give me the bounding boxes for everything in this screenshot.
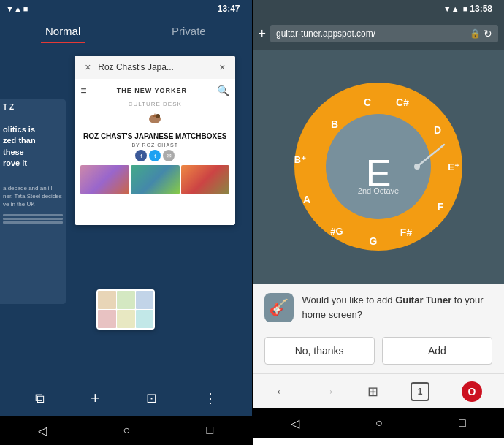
prompt-buttons: No, thanks Add (253, 331, 505, 373)
bg-article-sub: a decade and an ill-ner. Tata Steel deci… (3, 184, 63, 209)
forward-btn-right[interactable]: → (321, 383, 335, 400)
ny-image-3 (181, 165, 230, 194)
ny-article-title: ROZ CHAST'S JAPANESE MATCHBOXES (83, 132, 226, 141)
mini-tab-inner (96, 289, 155, 330)
mini-cell-5 (117, 310, 135, 328)
ny-image-2 (131, 165, 180, 194)
ny-social-buttons: f t ✉ (135, 150, 175, 161)
ny-images-grid (80, 165, 229, 194)
note-csharp: C# (396, 96, 409, 108)
tab-close-left-btn[interactable]: × (80, 60, 95, 75)
prompt-app-name: Guitar Tuner (395, 294, 451, 305)
recents-nav-right[interactable]: □ (459, 417, 466, 430)
battery-icon-right: ■ (463, 4, 468, 13)
ny-top-bar: ≡ THE NEW YORKER 🔍 (80, 85, 229, 96)
note-g: G (369, 235, 377, 247)
note-eplus: E⁺ (448, 161, 459, 172)
note-d: D (434, 124, 441, 136)
menu-icon-left[interactable]: ⋮ (204, 390, 217, 406)
tab-count-badge[interactable]: 1 (411, 382, 429, 401)
ny-hamburger-icon: ≡ (80, 85, 86, 96)
opera-label: O (468, 386, 476, 398)
home-nav-left[interactable]: ○ (123, 424, 131, 437)
back-nav-left[interactable]: ◁ (38, 424, 47, 438)
back-btn-right[interactable]: ← (274, 383, 289, 400)
tab-card-wrapper: × Roz Chast's Japa... × ≡ THE NEW YORKER… (64, 56, 246, 225)
home-nav-right[interactable]: ○ (375, 417, 383, 430)
tab-card-header: × Roz Chast's Japa... × (75, 56, 235, 79)
note-bflat: B⁺ (294, 154, 306, 165)
recents-nav-left[interactable]: □ (207, 424, 214, 437)
tab-card[interactable]: × Roz Chast's Japa... × ≡ THE NEW YORKER… (75, 56, 235, 225)
tab-header: Normal Private (0, 18, 252, 50)
left-panel: ▼▲ ■ 13:47 Normal Private T Z olitics is… (0, 0, 252, 445)
nav-bar-left: ◁ ○ □ (0, 416, 252, 445)
url-input[interactable]: guitar-tuner.appspot.com/ 🔒 ↻ (270, 25, 498, 42)
note-c: C (364, 96, 371, 108)
mini-cell-1 (98, 291, 116, 309)
ny-search-icon: 🔍 (217, 85, 229, 96)
add-btn[interactable]: Add (382, 337, 492, 365)
nav-bar-right: ◁ ○ □ (253, 408, 505, 438)
svg-point-2 (156, 114, 160, 118)
battery-icon-left: ■ (23, 4, 28, 13)
tuner-svg: B C C# D E⁺ F F# G #G A B⁺ (287, 75, 470, 258)
ny-image-1 (80, 165, 129, 194)
signal-icon-left: ▼▲ (6, 4, 22, 13)
right-panel: ▼▲ ■ 13:58 + guitar-tuner.appspot.com/ 🔒… (253, 0, 505, 445)
tab-normal[interactable]: Normal (0, 25, 126, 43)
tab-close-right-btn[interactable]: × (215, 60, 229, 75)
note-a: A (303, 194, 310, 205)
note-f: F (437, 201, 443, 213)
guitar-app-icon: 🎸 (264, 293, 294, 322)
tab-private[interactable]: Private (126, 25, 251, 43)
bg-article-lines (3, 214, 63, 224)
tab-count-number: 1 (418, 387, 423, 397)
fb-share-btn[interactable]: f (135, 150, 147, 161)
prompt-text: Would you like to add Guitar Tuner to yo… (302, 293, 493, 322)
address-bar: + guitar-tuner.appspot.com/ 🔒 ↻ (253, 18, 505, 50)
new-tab-btn-right[interactable]: + (259, 26, 267, 42)
bottom-toolbar-left: ⧉ + ⊡ ⋮ (0, 381, 252, 416)
bg-article: T Z olitics iszed thantheserove it a dec… (0, 99, 66, 304)
back-nav-right[interactable]: ◁ (291, 417, 299, 430)
switch-tabs-icon[interactable]: ⊡ (146, 390, 157, 406)
time-left: 13:47 (218, 4, 240, 14)
lock-icon: 🔒 (470, 28, 481, 39)
guitar-tuner-area: B C C# D E⁺ F F# G #G A B⁺ (253, 50, 505, 284)
time-right: 13:58 (470, 4, 492, 14)
tw-share-btn[interactable]: t (149, 150, 161, 161)
bg-article-text: T Z (3, 102, 63, 113)
signal-icon-right: ▼▲ (443, 4, 459, 13)
bg-article-headline: olitics iszed thantheserove it (3, 124, 63, 170)
mini-tab[interactable] (96, 289, 155, 330)
mini-cell-2 (117, 291, 135, 309)
note-b: B (331, 118, 338, 130)
grid-icon[interactable]: ⊞ (367, 384, 378, 400)
newyorker-preview: ≡ THE NEW YORKER 🔍 CULTURE DESK (75, 79, 235, 200)
ny-bird-decoration (144, 110, 166, 129)
mini-cell-6 (136, 310, 154, 328)
browser-toolbar: ← → ⊞ 1 O (253, 373, 505, 408)
em-share-btn[interactable]: ✉ (163, 150, 175, 161)
prompt-text-before: Would you like to add (302, 294, 396, 305)
refresh-icon[interactable]: ↻ (484, 28, 492, 39)
ny-byline: BY ROZ CHAST (131, 142, 178, 148)
octave-label: 2nd Octave (358, 186, 399, 195)
mini-cell-4 (98, 310, 116, 328)
url-text: guitar-tuner.appspot.com/ (276, 28, 375, 39)
new-tab-icon[interactable]: + (91, 389, 100, 408)
add-home-prompt: 🎸 Would you like to add Guitar Tuner to … (253, 284, 505, 331)
tuner-container: B C C# D E⁺ F F# G #G A B⁺ (287, 75, 470, 258)
status-bar-right: ▼▲ ■ 13:58 (253, 0, 505, 18)
status-bar-left: ▼▲ ■ 13:47 (0, 0, 252, 18)
mini-cell-3 (136, 291, 154, 309)
ny-culture-desk: CULTURE DESK (129, 101, 182, 107)
tuner-needle-base (414, 164, 420, 170)
tabs-area: T Z olitics iszed thantheserove it a dec… (0, 50, 252, 381)
opera-icon[interactable]: O (462, 381, 482, 402)
tabs-icon[interactable]: ⧉ (35, 391, 45, 406)
no-thanks-btn[interactable]: No, thanks (264, 337, 375, 365)
note-gsharp: #G (330, 226, 343, 237)
tab-card-title: Roz Chast's Japa... (98, 62, 212, 72)
